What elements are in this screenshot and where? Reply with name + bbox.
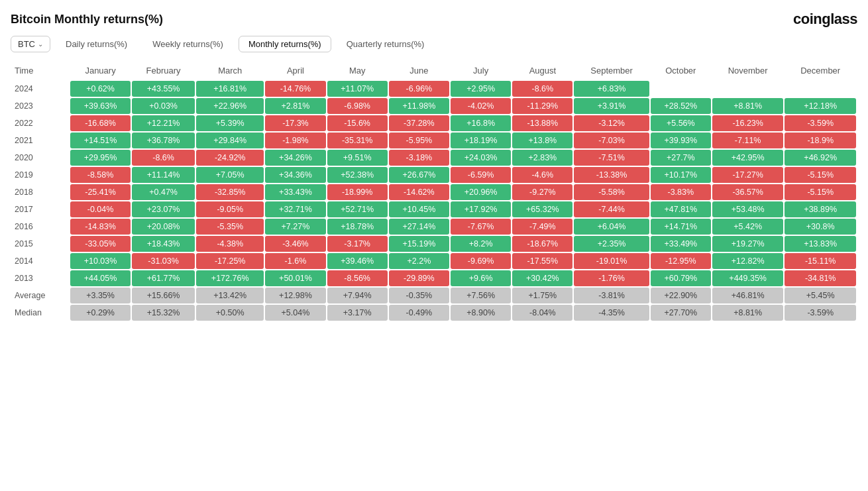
year-cell: 2024 bbox=[12, 81, 69, 97]
value-cell: +6.83% bbox=[574, 81, 649, 97]
value-cell: +22.96% bbox=[196, 98, 264, 114]
value-cell: -11.29% bbox=[512, 98, 572, 114]
value-cell: -15.6% bbox=[327, 115, 388, 131]
value-cell: -25.41% bbox=[70, 184, 131, 200]
value-cell: -7.44% bbox=[574, 201, 649, 217]
value-cell: -32.85% bbox=[196, 184, 264, 200]
value-cell: +14.51% bbox=[70, 133, 131, 148]
value-cell: -17.55% bbox=[512, 253, 572, 269]
returns-table: Time January February March April May Ju… bbox=[11, 60, 857, 322]
average-cell: -3.81% bbox=[574, 288, 649, 303]
value-cell: -1.6% bbox=[265, 253, 325, 269]
value-cell: +5.42% bbox=[712, 219, 783, 235]
col-may: May bbox=[327, 62, 388, 80]
value-cell: -16.68% bbox=[70, 115, 131, 131]
value-cell: +52.38% bbox=[327, 167, 388, 183]
year-cell: 2021 bbox=[12, 133, 69, 148]
value-cell: +9.6% bbox=[451, 270, 511, 286]
value-cell: -3.59% bbox=[785, 115, 856, 131]
value-cell: -3.17% bbox=[327, 236, 388, 252]
median-cell: -3.59% bbox=[785, 305, 856, 321]
value-cell: -18.9% bbox=[785, 133, 856, 148]
value-cell: -7.51% bbox=[574, 150, 649, 166]
average-cell: +13.42% bbox=[196, 288, 264, 303]
table-row: 2013+44.05%+61.77%+172.76%+50.01%-8.56%-… bbox=[12, 270, 856, 286]
value-cell: +2.35% bbox=[574, 236, 649, 252]
value-cell: +17.92% bbox=[451, 201, 511, 217]
value-cell: +33.43% bbox=[265, 184, 325, 200]
value-cell: +7.27% bbox=[265, 219, 325, 235]
tab-monthly[interactable]: Monthly returns(%) bbox=[239, 36, 331, 52]
tab-quarterly[interactable]: Quarterly returns(%) bbox=[337, 36, 435, 52]
value-cell: +5.39% bbox=[196, 115, 264, 131]
value-cell: -6.96% bbox=[389, 81, 449, 97]
value-cell: -6.59% bbox=[451, 167, 511, 183]
value-cell: +172.76% bbox=[196, 270, 264, 286]
year-cell: 2020 bbox=[12, 150, 69, 166]
value-cell: -36.57% bbox=[712, 184, 783, 200]
value-cell: +33.49% bbox=[651, 236, 711, 252]
average-row: Average+3.35%+15.66%+13.42%+12.98%+7.94%… bbox=[12, 288, 856, 303]
value-cell: -8.6% bbox=[512, 81, 572, 97]
median-cell: +27.70% bbox=[651, 305, 711, 321]
value-cell: -4.02% bbox=[451, 98, 511, 114]
value-cell: -33.05% bbox=[70, 236, 131, 252]
table-row: 2017-0.04%+23.07%-9.05%+32.71%+52.71%+10… bbox=[12, 201, 856, 217]
value-cell: +13.8% bbox=[512, 133, 572, 148]
value-cell: +39.93% bbox=[651, 133, 711, 148]
value-cell: -18.99% bbox=[327, 184, 388, 200]
value-cell: +39.63% bbox=[70, 98, 131, 114]
tab-daily[interactable]: Daily returns(%) bbox=[56, 36, 137, 52]
average-cell: +7.94% bbox=[327, 288, 388, 303]
value-cell: +12.18% bbox=[785, 98, 856, 114]
col-march: March bbox=[196, 62, 264, 80]
value-cell: -7.03% bbox=[574, 133, 649, 148]
value-cell: +30.8% bbox=[785, 219, 856, 235]
chevron-down-icon: ⌄ bbox=[38, 40, 43, 48]
value-cell: +7.05% bbox=[196, 167, 264, 183]
value-cell: +44.05% bbox=[70, 270, 131, 286]
value-cell: +24.03% bbox=[451, 150, 511, 166]
table-row: 2024+0.62%+43.55%+16.81%-14.76%+11.07%-6… bbox=[12, 81, 856, 97]
average-cell: +5.45% bbox=[785, 288, 856, 303]
value-cell: -12.95% bbox=[651, 253, 711, 269]
value-cell: -7.49% bbox=[512, 219, 572, 235]
value-cell: -14.62% bbox=[389, 184, 449, 200]
median-cell: +15.32% bbox=[132, 305, 195, 321]
median-cell: -4.35% bbox=[574, 305, 649, 321]
value-cell: -9.69% bbox=[451, 253, 511, 269]
table-row: 2022-16.68%+12.21%+5.39%-17.3%-15.6%-37.… bbox=[12, 115, 856, 131]
col-time: Time bbox=[12, 62, 69, 80]
value-cell: +11.07% bbox=[327, 81, 388, 97]
value-cell: +60.79% bbox=[651, 270, 711, 286]
average-cell: +22.90% bbox=[651, 288, 711, 303]
value-cell: +0.62% bbox=[70, 81, 131, 97]
value-cell: +5.56% bbox=[651, 115, 711, 131]
value-cell: -6.98% bbox=[327, 98, 388, 114]
year-cell: 2023 bbox=[12, 98, 69, 114]
value-cell: +23.07% bbox=[132, 201, 195, 217]
value-cell: -18.67% bbox=[512, 236, 572, 252]
value-cell: -29.89% bbox=[389, 270, 449, 286]
average-cell: +1.75% bbox=[512, 288, 572, 303]
value-cell: -3.83% bbox=[651, 184, 711, 200]
table-row: 2018-25.41%+0.47%-32.85%+33.43%-18.99%-1… bbox=[12, 184, 856, 200]
value-cell: +30.42% bbox=[512, 270, 572, 286]
col-july: July bbox=[451, 62, 511, 80]
value-cell: -17.27% bbox=[712, 167, 783, 183]
value-cell: -5.15% bbox=[785, 184, 856, 200]
tab-weekly[interactable]: Weekly returns(%) bbox=[142, 36, 233, 52]
value-cell: +53.48% bbox=[712, 201, 783, 217]
value-cell: +10.03% bbox=[70, 253, 131, 269]
table-row: 2015-33.05%+18.43%-4.38%-3.46%-3.17%+15.… bbox=[12, 236, 856, 252]
value-cell: -0.04% bbox=[70, 201, 131, 217]
value-cell: +36.78% bbox=[132, 133, 195, 148]
value-cell: +50.01% bbox=[265, 270, 325, 286]
value-cell: +52.71% bbox=[327, 201, 388, 217]
asset-selector[interactable]: BTC ⌄ bbox=[11, 36, 50, 52]
value-cell: +38.89% bbox=[785, 201, 856, 217]
page-header: Bitcoin Monthly returns(%) coinglass bbox=[11, 11, 857, 28]
value-cell: -13.38% bbox=[574, 167, 649, 183]
value-cell: +449.35% bbox=[712, 270, 783, 286]
value-cell: -3.12% bbox=[574, 115, 649, 131]
